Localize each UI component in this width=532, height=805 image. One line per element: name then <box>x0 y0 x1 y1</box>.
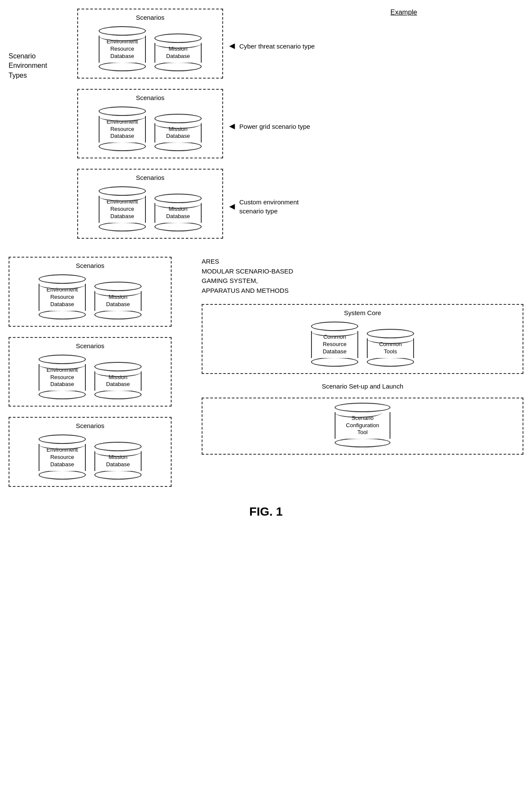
system-core-title: System Core <box>209 309 516 316</box>
scenario-instance-box-1: Scenarios EnvironmentResourceDatabase Mi… <box>9 257 172 327</box>
scenario-type-box-2: Scenarios EnvironmentResourceDatabase Mi… <box>77 89 223 159</box>
type1-annotation: ◄ Cyber threat scenario type <box>227 40 315 52</box>
scenario-environment-types-label: Scenario Environment Types <box>9 9 77 244</box>
cylinder-bottom <box>99 62 146 71</box>
scenarios-b3-title: Scenarios <box>16 422 164 429</box>
figure-label: FIG. 1 <box>9 505 523 519</box>
env-resource-db-cylinder-1: EnvironmentResourceDatabase <box>99 26 146 71</box>
mission-db-cylinder-2: MissionDatabase <box>154 114 202 152</box>
arrow-icon-2: ◄ <box>227 121 237 132</box>
bottom-left-scenarios: Scenarios EnvironmentResourceDatabase Mi… <box>9 257 189 492</box>
ares-title: ARES MODULAR SCENARIO-BASED GAMING SYSTE… <box>202 257 523 295</box>
top-section: Scenario Environment Types Scenarios Env… <box>9 9 523 244</box>
cylinders-b3-row: EnvironmentResourceDatabase MissionDatab… <box>16 434 164 480</box>
env-db-b2: EnvironmentResourceDatabase <box>39 355 86 400</box>
mission-db-cylinder-3: MissionDatabase <box>154 194 202 231</box>
type1-label: Cyber threat scenario type <box>239 43 315 50</box>
right-labels: Example <box>378 9 523 244</box>
mission-db-b1: MissionDatabase <box>94 282 142 319</box>
env-resource-db-cylinder-3: EnvironmentResourceDatabase <box>99 186 146 231</box>
mission-db-b3: MissionDatabase <box>94 442 142 480</box>
mission-db-b2: MissionDatabase <box>94 362 142 400</box>
cylinders-b1-row: EnvironmentResourceDatabase MissionDatab… <box>16 274 164 319</box>
bottom-section: Scenarios EnvironmentResourceDatabase Mi… <box>9 257 523 492</box>
type3-annotation: ◄ Custom environmentscenario type <box>227 197 299 216</box>
scenarios-title-3: Scenarios <box>85 174 216 181</box>
scenarios-b1-title: Scenarios <box>16 262 164 269</box>
cylinders-row-1: EnvironmentResourceDatabase MissionDatab… <box>85 26 216 71</box>
mission-db-cylinder-1: MissionDatabase <box>154 33 202 71</box>
scenarios-title-1: Scenarios <box>85 14 216 21</box>
scenario-instance-box-2: Scenarios EnvironmentResourceDatabase Mi… <box>9 337 172 407</box>
scenario-type-box-1: Scenarios EnvironmentResourceDatabase Mi… <box>77 9 223 79</box>
scenario-type-box-3: Scenarios EnvironmentResourceDatabase Mi… <box>77 169 223 239</box>
cylinder-body: EnvironmentResourceDatabase <box>99 36 146 63</box>
cylinder-bottom <box>154 62 202 71</box>
scenario-config-cylinders: ScenarioConfigurationTool <box>209 403 516 448</box>
scenario-config-tool-cylinder: ScenarioConfigurationTool <box>335 403 390 448</box>
cylinders-row-3: EnvironmentResourceDatabase MissionDatab… <box>85 186 216 231</box>
env-db-b3: EnvironmentResourceDatabase <box>39 434 86 480</box>
scenarios-b2-title: Scenarios <box>16 342 164 349</box>
arrow-icon-1: ◄ <box>227 40 237 52</box>
scenario-setup-label: Scenario Set-up and Launch <box>202 383 523 390</box>
arrow-icon-3: ◄ <box>227 201 237 212</box>
type2-annotation: ◄ Power grid scenario type <box>227 121 310 132</box>
type3-label: Custom environmentscenario type <box>239 197 299 216</box>
example-label: Example <box>390 9 523 16</box>
cylinders-row-2: EnvironmentResourceDatabase MissionDatab… <box>85 106 216 152</box>
cylinder-body: MissionDatabase <box>154 43 202 63</box>
scenario-types-column: Scenarios EnvironmentResourceDatabase Mi… <box>77 9 378 244</box>
scenario-instance-box-3: Scenarios EnvironmentResourceDatabase Mi… <box>9 417 172 487</box>
scenarios-title-2: Scenarios <box>85 94 216 101</box>
env-resource-db-cylinder-2: EnvironmentResourceDatabase <box>99 106 146 152</box>
common-resource-db-cylinder: CommonResourceDatabase <box>311 322 358 367</box>
bottom-right-panel: ARES MODULAR SCENARIO-BASED GAMING SYSTE… <box>202 257 523 492</box>
common-tools-label: CommonTools <box>367 338 414 358</box>
env-db-b1: EnvironmentResourceDatabase <box>39 274 86 319</box>
system-core-box: System Core CommonResourceDatabase Commo… <box>202 304 523 374</box>
scenario-config-tool-label: ScenarioConfigurationTool <box>335 412 390 439</box>
system-core-cylinders: CommonResourceDatabase CommonTools <box>209 322 516 367</box>
common-resource-db-label: CommonResourceDatabase <box>311 331 358 358</box>
common-tools-cylinder: CommonTools <box>367 329 414 367</box>
cylinder-top <box>99 26 146 36</box>
type2-label: Power grid scenario type <box>239 123 310 130</box>
page: Scenario Environment Types Scenarios Env… <box>0 0 532 805</box>
cylinders-b2-row: EnvironmentResourceDatabase MissionDatab… <box>16 355 164 400</box>
scenario-setup-box: ScenarioConfigurationTool <box>202 398 523 455</box>
cylinder-top <box>154 33 202 43</box>
